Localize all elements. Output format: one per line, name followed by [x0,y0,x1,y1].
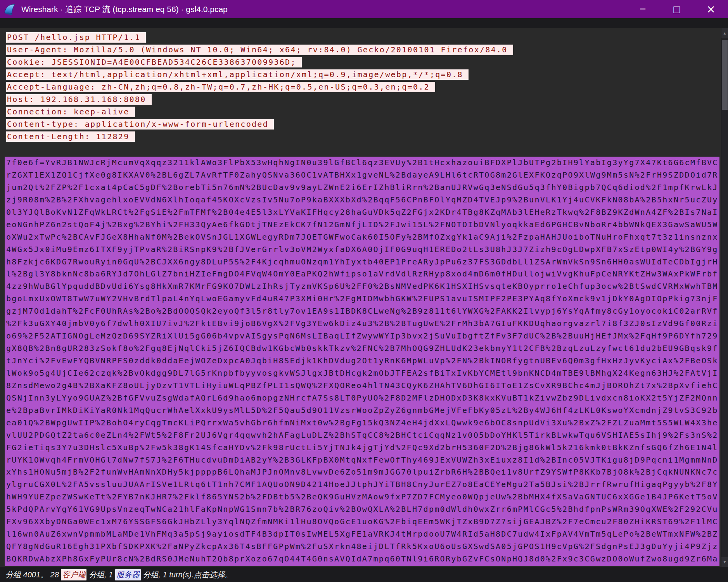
server-packets-badge[interactable]: 服务器 [115,569,141,580]
http-header-line: Accept: text/html,application/xhtml+xml,… [6,69,513,81]
body-data-line: QFY8gNdGuR16Egh31PXbfSDKPXK%2FaNPyZkcpAx… [6,541,719,553]
http-request-body-selection[interactable]: 7f0e6f=YvRJB1NWJcRjMcumVqXqqz3211klAWo3F… [5,157,719,566]
http-header-line: Cookie: JSESSIONID=A4E00CFBEAD534C26CE33… [6,56,513,69]
body-data-line: %2Fk3uGXY40jmbV0y6f7dwlh0XIU7ivJ%2FktEBv… [6,318,719,330]
body-data-line: gzjM7Od1dahT%2FcF0UhRAs%2Bo%2BdOOQSQk2ey… [6,305,719,318]
body-data-line: jum2Qt%2FZP%2F1cxat4pCaC5gDF%2BorebTi5n7… [6,181,719,194]
maximize-button[interactable]: □ [660,0,694,18]
body-data-line: 7f0e6f=YvRJB1NWJcRjMcumVqXqqz3211klAWo3F… [6,157,719,169]
http-header-line: User-Agent: Mozilla/5.0 (Windows NT 10.0… [6,44,513,56]
window-title: Wireshark · 追踪 TCP 流 (tcp.stream eq 56) … [21,4,228,15]
http-header-line: Connection: keep-alive [6,106,513,118]
body-data-line: bgoLmxUxOWT8TwW7uWY2VHvBrdTlpaL4nYqLwoEG… [6,293,719,305]
http-request-headers: POST /hello.jsp HTTP/1.1User-Agent: Mozi… [6,31,513,143]
close-button[interactable]: × [694,0,728,18]
scrollbar-thumb[interactable] [722,40,728,110]
body-data-line: ea01Q%2BWpgUwIIP%2BohO4ryCqgTmcKLiPQrrxW… [6,417,719,429]
body-data-line: rZGXT1EX1ZQ1CjfXe0g8IKXAV0%2BL6gZL7AvRfT… [6,169,719,181]
hint-text-turns: 分组, 1 turn(s).点击选择。 [141,570,233,580]
client-packets-badge[interactable]: 客户端 [61,569,86,580]
http-header-line: Accept-Language: zh-CN,zh;q=0.8,zh-TW;q=… [6,81,513,93]
vertical-scrollbar[interactable]: ▲ ▼ [721,28,728,567]
body-data-line: 5kPdQPArvYgY61VG9UpsVnzeqTwNCa21hlFaKpNn… [6,503,719,516]
scroll-down-arrow-icon[interactable]: ▼ [721,557,728,567]
body-data-line: QSNjInn3yLYyo9GUAZ%2BfGFVvuZsgWdafAQrL6d… [6,392,719,404]
body-data-line: oXWu2xTwPc%2BCAvFJGeX8HhaNf0M%2BekOVSnJG… [6,231,719,244]
body-data-line: 0l3YJQlBoKvN1ZFqWkLRCt%2FgSiE%2FmTFMf%2B… [6,206,719,219]
body-data-line: xYhs1HONu5mjB%2F2funWvHAmNnXDHy5kjppppB6… [6,466,719,478]
body-data-line: FG2ieTiqs3Y7u3DHslc5XuBp%2Fw5k38gK14Sfca… [6,442,719,454]
body-data-line: hWH9YUEZpeZWSwKeTt%2FYB7nKJHR7%2Fklf865Y… [6,491,719,503]
http-header-line: POST /hello.jsp HTTP/1.1 [6,31,513,44]
tcp-stream-content-pane[interactable]: POST /hello.jsp HTTP/1.1User-Agent: Mozi… [0,28,721,567]
body-data-line: l%2Bgl3Y8bknNc8ba6RYJd7OhLGlZ7bniHZIeFmg… [6,268,719,280]
body-data-line: h8Fzkjc6KDG7RwouRyin0GqU%2BCJXX6ngy8DLuP… [6,256,719,268]
stream-hint-bar: 分组 4001。 28 客户端 分组, 1 服务器 分组, 1 turn(s).… [5,569,232,580]
http-header-line: Host: 192.168.31.168:8080 [6,93,513,106]
hint-text-packets: 分组 4001。 28 [5,570,61,580]
body-data-line: FXv96XXbyDNGa0WEc1xM76YSSGFS6GkJHbZLly3Y… [6,516,719,528]
window-controls: ─ □ × [626,0,728,18]
http-header-line: Content-type: application/x-www-form-url… [6,118,513,131]
body-data-line: 4WGx5Jx0iMu9Emz6ITXF9yjTPvaR%2BiRSnpK9%2… [6,244,719,256]
body-data-line: gX8QB%2Bn8gUR283zSokf8o%2Fgq8EjNqlCki5jZ… [6,342,719,355]
body-data-line: o69%2F52ATIGNOgLeMzQzD69SYZRiXlUi5gG06b4… [6,330,719,342]
http-header-line: Content-Length: 112829 [6,131,513,143]
body-data-line: rUYK1OWvqh4FrmVOHGl7dNw7fS7J%2F6THucdvuD… [6,454,719,466]
body-data-line: l16wn0AuZ6xwnVpmmbMLaMDe1VhFMq3a5pSj9ayi… [6,528,719,541]
hint-text-client-count: 分组, 1 [86,570,115,580]
body-data-line: BQKRDwAbzXPh8GxFyPUr8cN%2BdRS0JMeNuhT2Qb… [6,553,719,565]
body-data-line: lWok9o5g4UjCIe62czqk%2BvOkdgg9DL7lG5rKnp… [6,367,719,380]
scroll-up-arrow-icon[interactable]: ▲ [721,28,728,38]
body-data-line: ylgruCGX0L%2FA5vssluuJUAArISVe1LRtq6tT1n… [6,478,719,491]
title-bar[interactable]: Wireshark · 追踪 TCP 流 (tcp.stream eq 56) … [0,0,728,18]
body-data-line: tJnYci%2FvEwFYQBVNRPFS0zddk0ddaEejWOZeDx… [6,355,719,367]
body-data-line: 4zz9hWuBGlYpquddBDvUdi6Ysg8HkXmR7KMrFG9K… [6,280,719,293]
minimize-button[interactable]: ─ [626,0,660,18]
body-data-line: 8ZnsdMewo2g4B%2BXaKFZ8oULjyOzvT1VTLiHyiu… [6,380,719,392]
wireshark-logo-icon [3,3,17,16]
body-data-line: eoNGnhPZ6n2stQoF4j%2Bxg%2BYhi%2FH33QyAe6… [6,219,719,231]
body-data-line: vlUU2PDGQtZ2ta6c0eZLn4%2FWt5%2F8Fr2UJ6Vg… [6,429,719,442]
body-data-line: e%2BpaBvrIMkDiKiYaR0Nk1MqQucrWhAelXxkU9y… [6,404,719,417]
body-data-line: zj9R08m%2B%2FXhvagehlxoEVVdN6XlhIoqaf45K… [6,194,719,206]
